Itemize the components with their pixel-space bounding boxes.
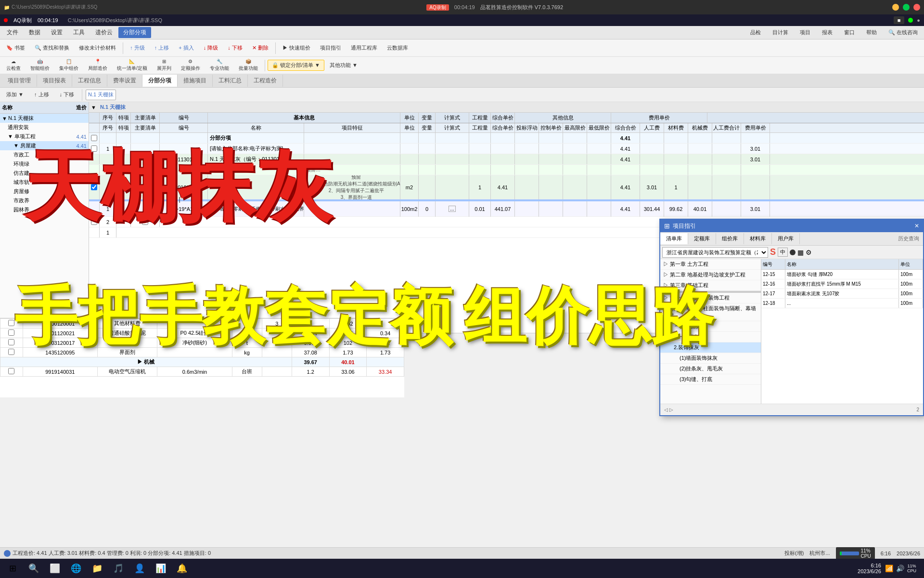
- rp-tree-groove[interactable]: (3)勾缝、打底: [660, 374, 761, 385]
- btn-central-price[interactable]: 📋集中组价: [55, 57, 83, 74]
- btn-bookmark[interactable]: 🔖 书签: [2, 42, 29, 53]
- btn-findreplace[interactable]: 🔍 查找和替换: [30, 42, 74, 53]
- bottom-row-compressor[interactable]: 9919140031 电动空气压缩机 0.6m3/min 台班 1.2 33.0…: [0, 367, 404, 377]
- rp-tree-decor[interactable]: 2.装饰抹灰: [660, 342, 761, 353]
- btn-check[interactable]: 品检: [746, 27, 765, 38]
- ellipsis-btn[interactable]: ...: [449, 206, 455, 212]
- row7-checkbox[interactable]: [91, 219, 97, 225]
- task-view-btn[interactable]: ⬜: [46, 560, 64, 577]
- rp-row-4[interactable]: 12-18 ... 100m: [761, 299, 923, 308]
- row-cb-2[interactable]: [8, 329, 14, 336]
- rp-icon-gear[interactable]: ⚙: [806, 249, 812, 256]
- btn-lock-section[interactable]: 🔒 锁定分部/清单 ▼: [268, 60, 324, 71]
- btn-movedown[interactable]: ↓ 下移: [223, 42, 247, 53]
- bottom-row-cement[interactable]: 0401120021 普通硅酸盐水泥 P0 42.5硅合 kg 73.44 0.…: [0, 328, 404, 338]
- minimize-btn[interactable]: [892, 4, 899, 11]
- row-entry-1[interactable]: 1 [请输入分部名称:电子评标为测] 4.41: [89, 144, 924, 154]
- explorer-btn[interactable]: 📁: [89, 560, 106, 577]
- menu-cloud[interactable]: 遗价云: [90, 27, 117, 38]
- bottom-row-machinery[interactable]: ▶ 机械 39.67 40.01: [0, 357, 404, 367]
- row-cb-4[interactable]: [8, 349, 14, 355]
- tree-item-park[interactable]: 园林养: [0, 205, 89, 214]
- record-stop-btn[interactable]: ■: [894, 16, 905, 24]
- rp-tab-material[interactable]: 材料库: [744, 233, 772, 244]
- btn-unify-quota[interactable]: 📐统一清单/定额: [113, 57, 152, 74]
- tree-item-garden[interactable]: 环境绿: [0, 159, 89, 169]
- app-btn-1[interactable]: 🎵: [110, 560, 127, 577]
- tab-measures[interactable]: 措施项目: [178, 75, 213, 87]
- btn-sub-up[interactable]: ↑ 上移: [30, 89, 53, 100]
- btn-help[interactable]: 帮助: [862, 27, 881, 38]
- rp-tab-group[interactable]: 组价库: [716, 233, 744, 244]
- tab-material-summary[interactable]: 工料汇总: [213, 75, 248, 87]
- tray-volume[interactable]: 🔊: [896, 565, 904, 572]
- btn-downgrade[interactable]: ↓ 降级: [199, 42, 223, 53]
- row2-checkbox[interactable]: [91, 145, 97, 152]
- menu-data[interactable]: 数据: [24, 27, 45, 38]
- menu-sections[interactable]: 分部分项: [118, 27, 151, 38]
- menu-tools[interactable]: 工具: [68, 27, 90, 38]
- tree-root[interactable]: ▼ N.1 天棚抹: [0, 114, 89, 123]
- row-cb-1[interactable]: [8, 320, 14, 326]
- cell-check5[interactable]: [89, 175, 100, 199]
- main5-checkbox[interactable]: [142, 184, 148, 190]
- rp-tree-ch2[interactable]: ▷ 第二章 地基处理与边坡支护工程: [660, 270, 761, 280]
- start-btn[interactable]: ⊞: [4, 560, 21, 577]
- tree-item-ancient[interactable]: 仿古建: [0, 169, 89, 178]
- menu-file[interactable]: 文件: [2, 27, 23, 38]
- btn-online[interactable]: 🔍 在线咨询: [884, 27, 922, 38]
- tree-item-house[interactable]: ▼ 房屋建4.41: [0, 141, 89, 150]
- btn-upgrade[interactable]: ↑ 升级: [126, 42, 149, 53]
- cell-check7[interactable]: [89, 217, 100, 227]
- btn-cloud-db[interactable]: 云数据库: [383, 42, 412, 53]
- panel-close-btn[interactable]: ✕: [914, 223, 919, 229]
- btn-sub-down[interactable]: ↓ 下移: [55, 89, 79, 100]
- rp-tab-fixed[interactable]: 定额库: [688, 233, 716, 244]
- rp-tree-ch12[interactable]: ▼ 第十二章 墙、柱面装饰与隔断、幕墙工程: [660, 303, 761, 321]
- maximize-btn[interactable]: [903, 4, 910, 11]
- btn-other-func[interactable]: 其他功能 ▼: [325, 60, 362, 71]
- tab-sections[interactable]: 分部分项: [142, 75, 178, 87]
- btn-delete[interactable]: ✕ 删除: [248, 42, 273, 53]
- btn-project[interactable]: 项目: [796, 27, 815, 38]
- bottom-row-sand[interactable]: 0403120017 黄砂 净砂(细砂) t 0.073 102 102: [0, 338, 404, 348]
- cell-check[interactable]: [89, 133, 100, 143]
- tab-project-report[interactable]: 项目报表: [37, 75, 72, 87]
- rp-icon-s[interactable]: S: [770, 247, 776, 257]
- btn-insert[interactable]: + 插入: [174, 42, 198, 53]
- btn-smart-price[interactable]: 🤖智能组价: [26, 57, 54, 74]
- rp-dropdown-province[interactable]: 浙江省房屋建设与装饰工程预算定额（2018版）: [662, 247, 768, 258]
- rp-icon-table[interactable]: ▦: [797, 249, 804, 256]
- menu-settings[interactable]: 设置: [46, 27, 67, 38]
- btn-quota-op[interactable]: ⚙定额操作: [177, 57, 205, 74]
- tree-item-general[interactable]: 通用安装: [0, 123, 89, 132]
- tree-item-road[interactable]: 市政养: [0, 196, 89, 205]
- rp-tree-wall-decor[interactable]: (1)墙面装饰抹灰: [660, 353, 761, 364]
- rp-tree-ch1[interactable]: ▷ 第一章 土方工程: [660, 259, 761, 270]
- rp-tab-user[interactable]: 用户库: [772, 233, 800, 244]
- rp-row-1[interactable]: 12-15 墙面砂浆 勾缝 厚M20 100m: [761, 270, 923, 279]
- rp-tree-ch3[interactable]: ▷ 第三章 基础工程: [660, 280, 761, 291]
- main7-checkbox[interactable]: [142, 219, 148, 225]
- rp-tree-normal[interactable]: 1.一般抹灰: [660, 332, 761, 342]
- tab-project-info[interactable]: 工程信息: [72, 75, 107, 87]
- cell-check2[interactable]: [89, 144, 100, 154]
- rp-icon-zh[interactable]: 中: [778, 248, 788, 257]
- browser-btn[interactable]: 🌐: [67, 560, 85, 577]
- rp-row-2[interactable]: 12-16 墙面砂浆打底找平 15mm厚 M M15 100m: [761, 279, 923, 289]
- btn-expand-col[interactable]: ⊞展开列: [153, 57, 176, 74]
- bottom-row-other-mat[interactable]: 3400120001 其他材料费 元 3 1 1.02: [0, 319, 404, 328]
- tree-item-municipal[interactable]: 市政工: [0, 150, 89, 159]
- btn-common-lib[interactable]: 通用工程库: [346, 42, 382, 53]
- row-011301[interactable]: 011301 N.1 天棚抹灰（编号：011301） 4.41 3.01: [89, 154, 924, 165]
- app-btn-2[interactable]: 👤: [131, 560, 148, 577]
- btn-cloud-check[interactable]: ☁云检查: [2, 57, 25, 74]
- tree-item-metro[interactable]: 城市轨: [0, 178, 89, 187]
- btn-window[interactable]: 窗口: [840, 27, 859, 38]
- tree-item-single[interactable]: ▼ 单项工程4.41: [0, 132, 89, 141]
- btn-batch-func[interactable]: 📦批量功能: [234, 57, 262, 74]
- btn-project-guide[interactable]: 项目指引: [316, 42, 346, 53]
- rp-icon-dot[interactable]: [790, 250, 796, 255]
- close-btn[interactable]: [913, 4, 920, 11]
- rp-row-3[interactable]: 12-17 墙面刷素水泥浆 无107胶 100m: [761, 289, 923, 299]
